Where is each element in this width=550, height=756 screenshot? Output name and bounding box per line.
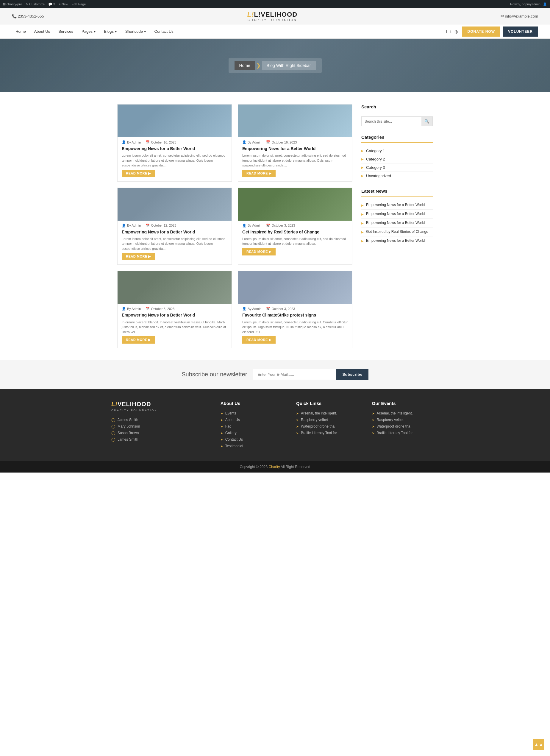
calendar-icon: 📅 (146, 140, 150, 144)
post-title[interactable]: Empowering News for a Better World (118, 227, 232, 235)
new-link[interactable]: + New (59, 2, 68, 6)
nav-shortcode[interactable]: Shortcode ▾ (122, 24, 150, 38)
footer-link[interactable]: ➤ Events (221, 410, 287, 417)
howdy-text: Howdy, phpmyadmin (510, 2, 540, 6)
newsletter-email-input[interactable] (253, 369, 336, 380)
arrow-icon: ➤ (372, 431, 374, 435)
nav-contact[interactable]: Contact Us (151, 24, 177, 38)
newsletter-subscribe-button[interactable]: Subscribe (336, 369, 368, 380)
site-logo[interactable]: L!L!VELIHOOD CHARITY FOUNDATION (247, 11, 297, 22)
footer-link[interactable]: ➤ Testimonial (221, 443, 287, 449)
nav-services[interactable]: Services (55, 24, 77, 38)
read-more-button[interactable]: Read More ▶ (122, 170, 155, 177)
category-item[interactable]: ▶ Category 3 (361, 163, 433, 172)
twitter-link[interactable]: t (450, 29, 451, 34)
news-item[interactable]: ▶Empowering News for a Better World (361, 201, 433, 210)
footer-link[interactable]: ➤ Raspberry velbet (296, 417, 363, 423)
footer-link[interactable]: ➤ Gallery (221, 430, 287, 436)
footer-link[interactable]: ➤ Faq (221, 423, 287, 430)
edit-page-link[interactable]: Edit Page (72, 2, 86, 6)
nav-pages[interactable]: Pages ▾ (78, 24, 99, 38)
breadcrumb-separator: ❯ (256, 62, 261, 69)
arrow-icon: ➤ (372, 425, 374, 428)
nav-blogs[interactable]: Blogs ▾ (101, 24, 121, 38)
nav-about[interactable]: About Us (31, 24, 54, 38)
user-icon: 👤 (122, 307, 126, 311)
post-excerpt: Lorem ipsum dolor sit amet, consectetur … (118, 151, 232, 170)
footer-link[interactable]: ➤ Arsenal, the intelligent. (372, 410, 439, 417)
read-more-button[interactable]: Read More ▶ (242, 248, 275, 255)
copyright-text: Copyright © 2023 (240, 465, 269, 469)
all-rights-text: All Right Reserved (280, 465, 310, 469)
latest-news-list: ▶Empowering News for a Better World ▶Emp… (361, 201, 433, 245)
wp-icon[interactable]: ⊞ charity-pro (3, 2, 22, 6)
footer-events-title: Our Events (372, 401, 439, 406)
post-author: 👤 By Admin (122, 140, 141, 144)
read-more-button[interactable]: Read More ▶ (122, 253, 155, 260)
footer-link[interactable]: ➤ Arsenal, the intelligent. (296, 410, 363, 417)
post-title[interactable]: Empowering News for a Better World (118, 311, 232, 318)
main-content: 👤 By Admin 📅 October 16, 2023 Empowering… (111, 92, 439, 360)
footer-about-links: ➤ Events ➤ About Us ➤ Faq ➤ Gallery ➤ Co… (221, 410, 287, 449)
newsletter-section: Subscribe our newsletter Subscribe (0, 360, 550, 389)
category-item[interactable]: ▶ Uncategorized (361, 172, 433, 180)
breadcrumb-home[interactable]: Home (235, 61, 255, 70)
admin-bar: ⊞ charity-pro ✎ Customize 💬 3 + New Edit… (0, 0, 550, 8)
arrow-icon: ➤ (372, 412, 374, 415)
breadcrumb: Home ❯ Blog With Right Sidebar (229, 58, 322, 73)
news-item[interactable]: ▶Empowering News for a Better World (361, 210, 433, 219)
arrow-icon: ▶ (361, 158, 364, 161)
search-input[interactable] (361, 117, 421, 126)
post-title[interactable]: Empowering News for a Better World (118, 144, 232, 151)
comments-link[interactable]: 💬 3 (48, 2, 55, 6)
news-item[interactable]: ▶Get Inspired by Real Stories of Change (361, 227, 433, 236)
post-date: 📅 October 3, 2023 (146, 307, 175, 311)
footer-link[interactable]: ➤ Waterproof drone tha (296, 423, 363, 430)
user-avatar[interactable]: 👤 (543, 2, 547, 6)
arrow-icon: ▶ (361, 230, 364, 234)
category-item[interactable]: ▶ Category 2 (361, 155, 433, 163)
read-more-button[interactable]: Read More ▶ (242, 170, 275, 177)
post-date: 📅 October 16, 2023 (266, 140, 297, 144)
donate-button[interactable]: DONATE NOW (462, 27, 500, 37)
news-item[interactable]: ▶Empowering News for a Better World (361, 236, 433, 245)
team-member: ◯ James Smith (111, 417, 212, 423)
post-meta: 👤 By Admin 📅 October 16, 2023 (118, 137, 232, 144)
calendar-icon: 📅 (266, 224, 270, 227)
read-more-button[interactable]: Read More ▶ (242, 336, 275, 344)
footer-link[interactable]: ➤ Contact Us (221, 436, 287, 443)
search-button[interactable]: 🔍 (421, 117, 432, 126)
post-title[interactable]: Empowering News for a Better World (238, 144, 352, 151)
nav-links: Home About Us Services Pages ▾ Blogs ▾ S… (12, 24, 177, 38)
instagram-link[interactable]: ◎ (454, 29, 458, 34)
customize-link[interactable]: ✎ Customize (26, 2, 45, 6)
footer-link[interactable]: ➤ Braille Literacy Tool for (296, 430, 363, 436)
footer-link[interactable]: ➤ Raspberry velbet (372, 417, 439, 423)
footer-quick-links: ➤ Arsenal, the intelligent. ➤ Raspberry … (296, 410, 363, 436)
nav-home[interactable]: Home (12, 24, 29, 38)
footer-bottom: Copyright © 2023 Charity All Right Reser… (0, 461, 550, 473)
post-title[interactable]: Get Inspired by Real Stories of Change (238, 227, 352, 235)
news-item[interactable]: ▶Empowering News for a Better World (361, 219, 433, 227)
blog-grid: 👤 By Admin 📅 October 16, 2023 Empowering… (117, 104, 352, 348)
brand-link[interactable]: Charity (269, 465, 280, 469)
volunteer-button[interactable]: VOLUNTEER (503, 27, 538, 37)
facebook-link[interactable]: f (446, 29, 447, 34)
hero-banner: Home ❯ Blog With Right Sidebar (0, 39, 550, 92)
logo-subtitle: CHARITY FOUNDATION (247, 18, 297, 22)
team-member: ◯ Susan Brown (111, 430, 212, 436)
post-author: 👤 By Admin (122, 224, 141, 227)
post-excerpt: Lorem ipsum dolor sit amet, consectetur … (238, 151, 352, 170)
category-item[interactable]: ▶ Category 1 (361, 147, 433, 155)
footer-link[interactable]: ➤ About Us (221, 417, 287, 423)
read-more-button[interactable]: Read More ▶ (122, 336, 155, 344)
footer-about-title: About Us (221, 401, 287, 406)
post-excerpt: Lorem ipsum dolor sit amet, consectetur … (238, 235, 352, 248)
footer-link[interactable]: ➤ Braille Literacy Tool for (372, 430, 439, 436)
team-member: ◯ James Smith (111, 436, 212, 443)
user-circle-icon: ◯ (111, 431, 115, 435)
footer-link[interactable]: ➤ Waterproof drone tha (372, 423, 439, 430)
categories-title: Categories (361, 135, 433, 143)
newsletter-form: Subscribe (253, 369, 368, 380)
post-title[interactable]: Favourite ClimateStrike protest signs (238, 311, 352, 318)
